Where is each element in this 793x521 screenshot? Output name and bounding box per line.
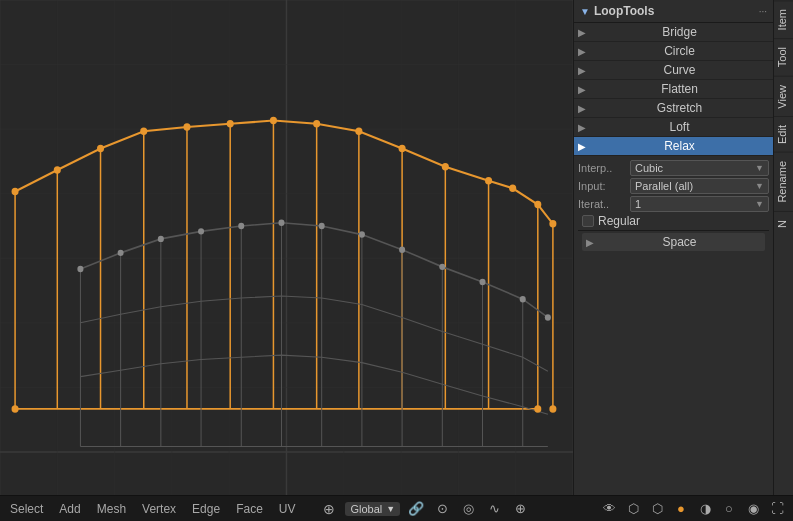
- tab-item[interactable]: Item: [774, 0, 793, 38]
- input-label: Input:: [578, 180, 628, 192]
- input-value: Parallel (all): [635, 180, 693, 192]
- eye-icon[interactable]: 👁: [599, 499, 619, 519]
- render-icon[interactable]: ⬡: [623, 499, 643, 519]
- svg-point-62: [54, 166, 61, 174]
- global-dropdown-arrow: ▼: [386, 504, 395, 514]
- svg-point-59: [520, 296, 526, 302]
- svg-point-51: [198, 228, 204, 234]
- shading-rendered[interactable]: ○: [719, 499, 739, 519]
- regular-row: Regular: [582, 214, 765, 228]
- svg-point-49: [118, 250, 124, 256]
- fullscreen-icon[interactable]: ⛶: [767, 499, 787, 519]
- shading-eevee[interactable]: ◉: [743, 499, 763, 519]
- svg-point-58: [480, 279, 486, 285]
- space-label: Space: [598, 235, 761, 249]
- status-uv[interactable]: UV: [275, 502, 300, 516]
- input-row: Input: Parallel (all) ▼: [578, 178, 769, 194]
- svg-point-64: [140, 128, 147, 136]
- tab-tool[interactable]: Tool: [774, 38, 793, 75]
- status-icons-right: 👁 ⬡ ⬡ ● ◑ ○ ◉ ⛶: [599, 499, 787, 519]
- status-add[interactable]: Add: [55, 502, 84, 516]
- viewport-grid: [0, 0, 573, 495]
- proportional-icon[interactable]: ◎: [458, 499, 478, 519]
- looptools-item-bridge[interactable]: ▶ Bridge: [574, 23, 773, 42]
- overlay-icon[interactable]: ⬡: [647, 499, 667, 519]
- panel-collapse-icon[interactable]: ▼: [580, 6, 590, 17]
- interp-value: Cubic: [635, 162, 663, 174]
- looptools-label-circle: Circle: [590, 44, 769, 58]
- iterat-row: Iterat.. 1 ▼: [578, 196, 769, 212]
- properties-section: Interp.. Cubic ▼ Input: Parallel (all) ▼…: [574, 156, 773, 255]
- looptools-label-curve: Curve: [590, 63, 769, 77]
- looptools-arrow-circle: ▶: [578, 46, 586, 57]
- svg-point-66: [227, 120, 234, 128]
- tab-rename[interactable]: Rename: [774, 152, 793, 211]
- looptools-label-flatten: Flatten: [590, 82, 769, 96]
- looptools-panel: ▼ LoopTools ··· ▶ Bridge ▶ Circle ▶ Curv…: [573, 0, 773, 495]
- looptools-item-gstretch[interactable]: ▶ Gstretch: [574, 99, 773, 118]
- iterat-dropdown[interactable]: 1 ▼: [630, 196, 769, 212]
- panel-divider: [578, 230, 769, 231]
- interp-label: Interp..: [578, 162, 628, 174]
- status-face[interactable]: Face: [232, 502, 267, 516]
- svg-point-71: [442, 163, 449, 171]
- input-dropdown[interactable]: Parallel (all) ▼: [630, 178, 769, 194]
- svg-point-73: [509, 185, 516, 193]
- iterat-label: Iterat..: [578, 198, 628, 210]
- looptools-label-relax: Relax: [590, 139, 769, 153]
- viewport[interactable]: [0, 0, 573, 495]
- svg-point-65: [183, 123, 190, 131]
- looptools-arrow-gstretch: ▶: [578, 103, 586, 114]
- svg-point-69: [355, 128, 362, 136]
- svg-point-76: [12, 405, 19, 413]
- looptools-item-circle[interactable]: ▶ Circle: [574, 42, 773, 61]
- wave-icon[interactable]: ∿: [484, 499, 504, 519]
- regular-label: Regular: [598, 214, 640, 228]
- panel-options-icon[interactable]: ···: [759, 6, 767, 17]
- svg-point-50: [158, 236, 164, 242]
- status-center: ⊕ Global ▼ 🔗 ⊙ ◎ ∿ ⊕: [319, 499, 530, 519]
- interp-dropdown-arrow: ▼: [755, 163, 764, 173]
- input-dropdown-arrow: ▼: [755, 181, 764, 191]
- pivot-icon[interactable]: ⊕: [510, 499, 530, 519]
- svg-point-55: [359, 231, 365, 237]
- svg-point-53: [278, 220, 284, 226]
- regular-checkbox[interactable]: [582, 215, 594, 227]
- svg-point-56: [399, 246, 405, 252]
- svg-point-54: [319, 223, 325, 229]
- looptools-label-bridge: Bridge: [590, 25, 769, 39]
- svg-point-78: [549, 405, 556, 413]
- shading-material[interactable]: ◑: [695, 499, 715, 519]
- svg-point-52: [238, 223, 244, 229]
- looptools-item-relax[interactable]: ▶ Relax: [574, 137, 773, 156]
- svg-point-57: [439, 264, 445, 270]
- looptools-item-flatten[interactable]: ▶ Flatten: [574, 80, 773, 99]
- interp-dropdown[interactable]: Cubic ▼: [630, 160, 769, 176]
- looptools-label-gstretch: Gstretch: [590, 101, 769, 115]
- tab-edit[interactable]: Edit: [774, 116, 793, 152]
- main-area: ▼ LoopTools ··· ▶ Bridge ▶ Circle ▶ Curv…: [0, 0, 793, 495]
- svg-point-67: [270, 117, 277, 125]
- status-vertex[interactable]: Vertex: [138, 502, 180, 516]
- status-select[interactable]: Select: [6, 502, 47, 516]
- svg-point-60: [545, 314, 551, 320]
- looptools-item-loft[interactable]: ▶ Loft: [574, 118, 773, 137]
- status-mesh[interactable]: Mesh: [93, 502, 130, 516]
- link-icon[interactable]: 🔗: [406, 499, 426, 519]
- right-sidebar: ▼ LoopTools ··· ▶ Bridge ▶ Circle ▶ Curv…: [573, 0, 793, 495]
- svg-point-77: [534, 405, 541, 413]
- svg-point-61: [12, 188, 19, 196]
- tab-view[interactable]: View: [774, 76, 793, 117]
- panel-header: ▼ LoopTools ···: [574, 0, 773, 23]
- iterat-dropdown-arrow: ▼: [755, 199, 764, 209]
- svg-point-75: [549, 220, 556, 228]
- statusbar: SelectAddMeshVertexEdgeFaceUV ⊕ Global ▼…: [0, 495, 793, 521]
- tab-negate[interactable]: N: [774, 211, 793, 236]
- magnet-icon[interactable]: ⊙: [432, 499, 452, 519]
- status-edge[interactable]: Edge: [188, 502, 224, 516]
- space-button[interactable]: ▶ Space: [582, 233, 765, 251]
- shading-solid[interactable]: ●: [671, 499, 691, 519]
- looptools-item-curve[interactable]: ▶ Curve: [574, 61, 773, 80]
- global-dropdown[interactable]: Global ▼: [345, 502, 400, 516]
- looptools-arrow-bridge: ▶: [578, 27, 586, 38]
